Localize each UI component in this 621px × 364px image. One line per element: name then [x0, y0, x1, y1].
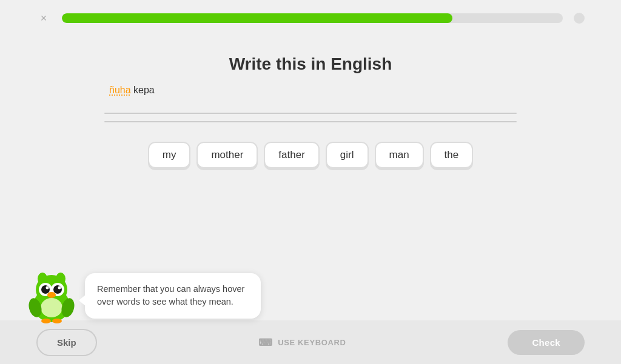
- keyboard-icon: ⌨: [258, 337, 273, 348]
- prompt-line: ñuha kepa: [109, 85, 155, 96]
- keyboard-label: USE KEYBOARD: [278, 338, 346, 347]
- svg-point-8: [53, 285, 62, 294]
- word-tile-father[interactable]: father: [264, 142, 319, 168]
- word-tile-man[interactable]: man: [375, 142, 424, 168]
- answer-area: [104, 113, 517, 122]
- svg-point-3: [56, 273, 65, 285]
- svg-point-14: [41, 319, 51, 323]
- prompt-word-normal: kepa: [131, 85, 155, 95]
- word-tiles-container: my mother father girl man the: [104, 142, 517, 168]
- svg-point-9: [46, 286, 49, 290]
- tooltip-bubble: Remember that you can always hover over …: [85, 273, 261, 319]
- tooltip-text: Remember that you can always hover over …: [97, 284, 244, 307]
- use-keyboard-button[interactable]: ⌨ USE KEYBOARD: [258, 337, 346, 348]
- word-tile-the[interactable]: the: [430, 142, 474, 168]
- progress-bar-fill: [62, 13, 452, 23]
- answer-line-1: [104, 113, 517, 114]
- question-title: Write this in English: [229, 55, 392, 74]
- svg-point-10: [58, 286, 61, 290]
- owl-mascot: [24, 270, 79, 325]
- word-tile-mother[interactable]: mother: [196, 142, 258, 168]
- svg-point-7: [41, 285, 50, 294]
- top-bar: ×: [0, 0, 621, 36]
- skip-button[interactable]: Skip: [36, 329, 97, 356]
- word-tile-girl[interactable]: girl: [326, 142, 369, 168]
- progress-dot: [574, 13, 585, 24]
- word-tile-my[interactable]: my: [148, 142, 191, 168]
- svg-point-15: [52, 319, 62, 323]
- close-button[interactable]: ×: [36, 11, 51, 25]
- progress-bar-background: [62, 13, 563, 23]
- answer-line-2: [104, 121, 517, 122]
- svg-point-11: [47, 292, 56, 298]
- owl-tooltip-area: Remember that you can always hover over …: [24, 270, 261, 325]
- svg-point-4: [41, 298, 62, 317]
- svg-point-2: [38, 273, 47, 285]
- prompt-word-highlight: ñuha: [109, 85, 131, 95]
- bottom-bar: Skip ⌨ USE KEYBOARD Check: [0, 320, 621, 364]
- check-button[interactable]: Check: [508, 330, 585, 355]
